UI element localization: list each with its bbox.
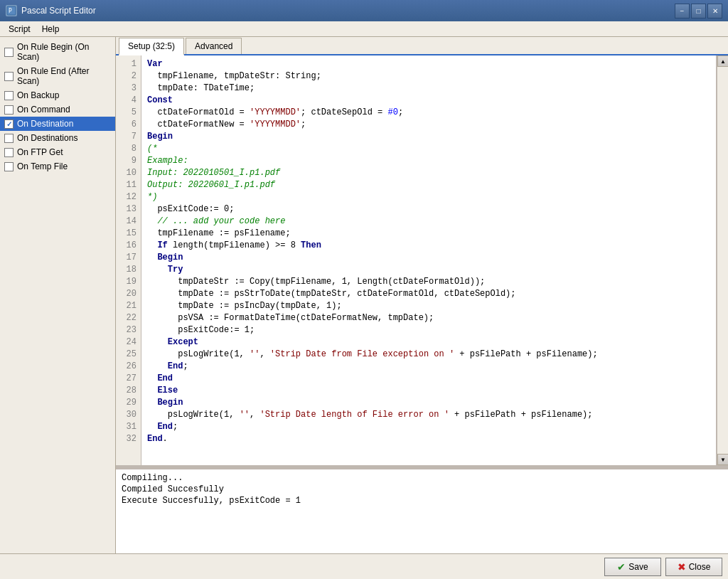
line-number-9: 9	[119, 155, 136, 167]
line-number-5: 5	[119, 107, 136, 119]
code-line-10: Input: 2022010501_I.p1.pdf	[147, 167, 710, 179]
sidebar-item-on-destination[interactable]: On Destination	[0, 117, 115, 131]
tab-advanced[interactable]: Advanced	[186, 38, 242, 54]
code-line-12: *)	[147, 191, 710, 203]
line-number-26: 26	[119, 361, 136, 373]
line-number-10: 10	[119, 167, 136, 179]
code-line-15: tmpFilename := psFilename;	[147, 228, 710, 240]
menu-script[interactable]: Script	[3, 23, 36, 36]
save-label: Save	[628, 562, 648, 572]
sidebar-item-on-command[interactable]: On Command	[0, 102, 115, 117]
menu-help[interactable]: Help	[36, 23, 65, 36]
line-number-1: 1	[119, 58, 136, 70]
code-line-25: psLogWrite(1, '', 'Strip Date from File …	[147, 349, 710, 361]
code-line-7: Begin	[147, 131, 710, 143]
window-controls[interactable]: − □ ✕	[675, 4, 722, 18]
line-number-18: 18	[119, 264, 136, 276]
sidebar-label-on-destinations: On Destinations	[17, 133, 77, 143]
output-line: Compiled Succesfully	[122, 484, 722, 495]
code-line-24: Except	[147, 336, 710, 349]
line-number-6: 6	[119, 119, 136, 131]
svg-text:P: P	[9, 8, 12, 14]
close-label: Close	[689, 562, 711, 572]
code-line-19: tmpDateStr := Copy(tmpFilename, 1, Lengt…	[147, 276, 710, 288]
line-number-28: 28	[119, 385, 136, 397]
code-line-5: ctDateFormatOld = 'YYYYMMDD'; ctDateSepO…	[147, 107, 710, 119]
code-container: 1234567891011121314151617181920212223242…	[116, 55, 716, 465]
sidebar-item-on-ftp-get[interactable]: On FTP Get	[0, 145, 115, 159]
scroll-up-button[interactable]: ▲	[717, 55, 728, 67]
scroll-track[interactable]	[717, 67, 728, 454]
line-number-25: 25	[119, 349, 136, 361]
sidebar-item-on-rule-end[interactable]: On Rule End (After Scan)	[0, 64, 115, 88]
line-number-2: 2	[119, 70, 136, 83]
app-icon: P	[6, 5, 17, 16]
line-number-32: 32	[119, 433, 136, 445]
main-content: On Rule Begin (On Scan)On Rule End (Afte…	[0, 37, 728, 553]
code-line-4: Const	[147, 95, 710, 107]
code-line-21: tmpDate := psIncDay(tmpDate, 1);	[147, 300, 710, 312]
line-number-22: 22	[119, 312, 136, 324]
button-bar: ✔ Save ✖ Close	[0, 553, 728, 579]
checkbox-on-destination	[4, 119, 14, 129]
line-number-15: 15	[119, 228, 136, 240]
sidebar-item-on-destinations[interactable]: On Destinations	[0, 131, 115, 145]
checkbox-on-destinations	[4, 134, 14, 143]
line-number-13: 13	[119, 203, 136, 216]
code-line-31: End;	[147, 421, 710, 433]
code-line-3: tmpDate: TDateTime;	[147, 83, 710, 95]
tab-setup[interactable]: Setup (32:5)	[119, 38, 184, 55]
code-line-20: tmpDate := psStrToDate(tmpDateStr, ctDat…	[147, 288, 710, 300]
sidebar-label-on-ftp-get: On FTP Get	[17, 147, 63, 157]
checkbox-on-ftp-get	[4, 148, 14, 157]
sidebar-item-on-temp-file[interactable]: On Temp File	[0, 159, 115, 174]
code-line-6: ctDateFormatNew = 'YYYYMMDD';	[147, 119, 710, 131]
code-lines[interactable]: Var tmpFilename, tmpDateStr: String; tmp…	[141, 55, 716, 465]
line-number-12: 12	[119, 191, 136, 203]
code-line-27: End	[147, 373, 710, 385]
save-button[interactable]: ✔ Save	[604, 558, 661, 576]
code-line-8: (*	[147, 143, 710, 155]
sidebar-item-on-rule-begin[interactable]: On Rule Begin (On Scan)	[0, 40, 115, 64]
code-line-11: Output: 2022060l_I.p1.pdf	[147, 179, 710, 191]
sidebar-label-on-temp-file: On Temp File	[17, 161, 68, 171]
line-number-8: 8	[119, 143, 136, 155]
line-number-20: 20	[119, 288, 136, 300]
tab-bar: Setup (32:5) Advanced	[116, 37, 728, 55]
output-line: Execute Succesfully, psExitCode = 1	[122, 495, 722, 506]
code-line-2: tmpFilename, tmpDateStr: String;	[147, 70, 710, 83]
checkbox-on-temp-file	[4, 162, 14, 171]
line-number-4: 4	[119, 95, 136, 107]
line-number-29: 29	[119, 397, 136, 409]
code-line-17: Begin	[147, 252, 710, 264]
line-number-14: 14	[119, 216, 136, 228]
sidebar-label-on-command: On Command	[17, 105, 70, 115]
minimize-button[interactable]: −	[675, 4, 690, 18]
sidebar-label-on-backup: On Backup	[17, 90, 59, 100]
code-line-16: If length(tmpFilename) >= 8 Then	[147, 240, 710, 252]
maximize-button[interactable]: □	[691, 4, 706, 18]
checkbox-on-backup	[4, 91, 14, 100]
sidebar-label-on-rule-end: On Rule End (After Scan)	[17, 66, 111, 86]
editor-scrollbar[interactable]: ▲ ▼	[717, 55, 728, 465]
sidebar-item-on-backup[interactable]: On Backup	[0, 88, 115, 102]
scroll-down-button[interactable]: ▼	[717, 454, 728, 465]
close-window-button[interactable]: ✕	[707, 4, 722, 18]
right-panel: Setup (32:5) Advanced 123456789101112131…	[116, 37, 728, 553]
line-number-7: 7	[119, 131, 136, 143]
code-line-30: psLogWrite(1, '', 'Strip Date length of …	[147, 409, 710, 421]
line-number-16: 16	[119, 240, 136, 252]
line-number-31: 31	[119, 421, 136, 433]
line-number-23: 23	[119, 324, 136, 336]
line-number-30: 30	[119, 409, 136, 421]
code-line-29: Begin	[147, 397, 710, 409]
close-button[interactable]: ✖ Close	[665, 558, 722, 576]
checkbox-on-rule-end	[4, 72, 14, 81]
checkbox-on-rule-begin	[4, 48, 14, 57]
code-line-28: Else	[147, 385, 710, 397]
code-line-18: Try	[147, 264, 710, 276]
code-line-1: Var	[147, 58, 710, 70]
sidebar-label-on-destination: On Destination	[17, 119, 73, 129]
editor-area[interactable]: 1234567891011121314151617181920212223242…	[116, 55, 717, 465]
line-number-17: 17	[119, 252, 136, 264]
